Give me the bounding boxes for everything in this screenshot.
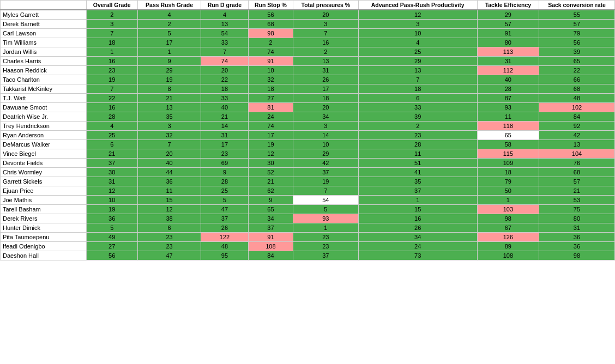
stat-cell: 6 — [86, 140, 137, 149]
stat-cell: 34 — [293, 112, 359, 122]
stat-cell: 91 — [248, 57, 293, 66]
stat-cell: 23 — [137, 242, 201, 251]
stat-cell: 21 — [137, 94, 201, 103]
stat-cell: 5 — [86, 223, 137, 233]
stat-cell: 27 — [248, 94, 293, 103]
stat-cell: 24 — [358, 242, 477, 251]
stat-cell: 65 — [477, 131, 539, 140]
stat-cell: 13 — [358, 66, 477, 75]
stats-table: Overall Grade Pass Rush Grade Run D grad… — [0, 0, 615, 260]
stat-cell: 16 — [86, 57, 137, 66]
stat-cell: 7 — [358, 75, 477, 84]
stat-cell: 10 — [358, 29, 477, 38]
stat-cell: 126 — [477, 233, 539, 242]
col-header-name — [1, 1, 87, 10]
stat-cell: 76 — [539, 159, 614, 168]
stat-cell: 13 — [137, 103, 201, 112]
stat-cell: 13 — [539, 140, 614, 149]
stat-cell: 28 — [86, 112, 137, 122]
stat-cell: 18 — [201, 84, 249, 94]
col-header-rdg: Run D grade — [201, 1, 249, 10]
stat-cell: 19 — [293, 177, 359, 186]
stat-cell: 56 — [248, 10, 293, 20]
player-name: Ryan Anderson — [1, 131, 87, 140]
main-table-container: Overall Grade Pass Rush Grade Run D grad… — [0, 0, 615, 260]
stat-cell: 19 — [248, 140, 293, 149]
player-name: Vince Biegel — [1, 149, 87, 159]
stat-cell: 28 — [358, 140, 477, 149]
stat-cell: 10 — [293, 140, 359, 149]
stat-cell: 27 — [86, 242, 137, 251]
stat-cell: 12 — [137, 205, 201, 214]
stat-cell: 4 — [201, 10, 249, 20]
stat-cell: 65 — [539, 57, 614, 66]
stat-cell: 31 — [201, 131, 249, 140]
stat-cell: 10 — [86, 196, 137, 205]
stat-cell: 40 — [477, 75, 539, 84]
col-header-rs: Run Stop % — [248, 1, 293, 10]
stat-cell: 12 — [358, 10, 477, 20]
stat-cell: 10 — [248, 66, 293, 75]
stat-cell: 34 — [248, 214, 293, 223]
stat-cell: 14 — [201, 122, 249, 131]
stat-cell: 19 — [86, 75, 137, 84]
stat-cell: 92 — [539, 122, 614, 131]
stat-cell: 9 — [201, 168, 249, 177]
stat-cell: 51 — [358, 159, 477, 168]
player-name: Pita Taumoepenu — [1, 233, 87, 242]
col-header-apr: Advanced Pass-Rush Productivity — [358, 1, 477, 10]
stat-cell: 98 — [539, 251, 614, 260]
stat-cell: 3 — [86, 20, 137, 29]
stat-cell: 113 — [477, 47, 539, 57]
player-name: Chris Wormley — [1, 168, 87, 177]
stat-cell: 6 — [137, 223, 201, 233]
stat-cell: 87 — [477, 94, 539, 103]
stat-cell: 62 — [248, 186, 293, 196]
stat-cell: 54 — [293, 196, 359, 205]
stat-cell: 32 — [137, 131, 201, 140]
stat-cell: 11 — [137, 186, 201, 196]
player-name: Trey Hendrickson — [1, 122, 87, 131]
stat-cell: 1 — [477, 196, 539, 205]
stat-cell: 15 — [358, 205, 477, 214]
stat-cell: 44 — [137, 168, 201, 177]
stat-cell: 33 — [201, 38, 249, 47]
stat-cell: 57 — [539, 20, 614, 29]
stat-cell: 79 — [539, 29, 614, 38]
stat-cell: 57 — [477, 20, 539, 29]
stat-cell: 28 — [201, 177, 249, 186]
stat-cell: 4 — [358, 38, 477, 47]
stat-cell: 53 — [539, 196, 614, 205]
stat-cell: 112 — [477, 66, 539, 75]
stat-cell: 7 — [137, 140, 201, 149]
stat-cell: 12 — [86, 186, 137, 196]
stat-cell: 31 — [539, 223, 614, 233]
stat-cell: 30 — [248, 159, 293, 168]
stat-cell: 31 — [477, 57, 539, 66]
stat-cell: 98 — [477, 214, 539, 223]
stat-cell: 5 — [201, 196, 249, 205]
stat-cell: 20 — [293, 10, 359, 20]
stat-cell: 93 — [293, 214, 359, 223]
stat-cell: 7 — [86, 84, 137, 94]
col-header-scr: Sack conversion rate — [539, 1, 614, 10]
stat-cell: 84 — [539, 112, 614, 122]
stat-cell: 32 — [248, 75, 293, 84]
player-name: Ifeadi Odenigbo — [1, 242, 87, 251]
player-name: Ejuan Price — [1, 186, 87, 196]
stat-cell: 54 — [201, 29, 249, 38]
stat-cell: 36 — [539, 233, 614, 242]
stat-cell: 7 — [293, 186, 359, 196]
stat-cell: 20 — [137, 149, 201, 159]
stat-cell: 22 — [539, 66, 614, 75]
stat-cell: 33 — [358, 103, 477, 112]
stat-cell: 79 — [477, 177, 539, 186]
stat-cell: 75 — [539, 205, 614, 214]
stat-cell: 36 — [137, 177, 201, 186]
stat-cell: 24 — [248, 112, 293, 122]
player-name: Dawuane Smoot — [1, 103, 87, 112]
stat-cell: 40 — [137, 159, 201, 168]
stat-cell: 5 — [293, 205, 359, 214]
col-header-og: Overall Grade — [86, 1, 137, 10]
stat-cell: 18 — [358, 84, 477, 94]
